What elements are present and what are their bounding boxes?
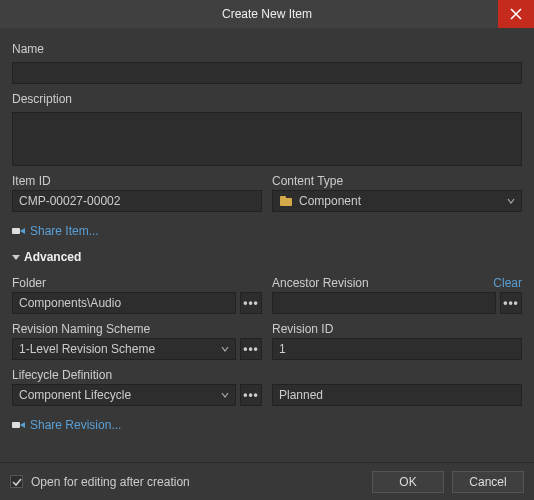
footer: Open for editing after creation OK Cance… xyxy=(0,462,534,500)
name-input[interactable] xyxy=(12,62,522,84)
content-type-value: Component xyxy=(299,194,361,208)
lifecycle-definition-config-button[interactable]: ••• xyxy=(240,384,262,406)
revision-id-input[interactable] xyxy=(272,338,522,360)
content-type-label: Content Type xyxy=(272,174,522,188)
folder-field: Components\Audio xyxy=(12,292,236,314)
ok-button[interactable]: OK xyxy=(372,471,444,493)
ancestor-revision-browse-button[interactable]: ••• xyxy=(500,292,522,314)
share-icon xyxy=(12,225,26,237)
close-icon xyxy=(510,8,522,20)
description-label: Description xyxy=(12,92,522,106)
clear-link[interactable]: Clear xyxy=(493,276,522,290)
ancestor-revision-field xyxy=(272,292,496,314)
name-label: Name xyxy=(12,42,522,56)
cancel-button[interactable]: Cancel xyxy=(452,471,524,493)
lifecycle-definition-label: Lifecycle Definition xyxy=(12,368,262,382)
svg-rect-1 xyxy=(280,196,286,199)
revision-id-label: Revision ID xyxy=(272,322,522,336)
open-after-checkbox[interactable] xyxy=(10,475,23,488)
check-icon xyxy=(12,477,22,487)
lifecycle-state-field: Planned xyxy=(272,384,522,406)
ancestor-revision-label: Ancestor Revision xyxy=(272,276,369,290)
folder-browse-button[interactable]: ••• xyxy=(240,292,262,314)
share-item-link[interactable]: Share Item... xyxy=(12,224,522,238)
revision-naming-scheme-label: Revision Naming Scheme xyxy=(12,322,262,336)
chevron-down-icon xyxy=(221,345,229,353)
svg-rect-0 xyxy=(280,198,292,206)
svg-rect-2 xyxy=(12,228,20,234)
content-type-select[interactable]: Component xyxy=(272,190,522,212)
window-title: Create New Item xyxy=(222,7,312,21)
chevron-down-icon xyxy=(221,391,229,399)
svg-rect-3 xyxy=(12,422,20,428)
open-after-label: Open for editing after creation xyxy=(31,475,190,489)
item-id-input[interactable] xyxy=(12,190,262,212)
item-id-label: Item ID xyxy=(12,174,262,188)
advanced-section-toggle[interactable]: Advanced xyxy=(12,250,522,264)
lifecycle-definition-select[interactable]: Component Lifecycle xyxy=(12,384,236,406)
expand-icon xyxy=(12,255,20,260)
share-revision-link[interactable]: Share Revision... xyxy=(12,418,522,432)
share-icon xyxy=(12,419,26,431)
close-button[interactable] xyxy=(498,0,534,28)
revision-naming-scheme-select[interactable]: 1-Level Revision Scheme xyxy=(12,338,236,360)
chevron-down-icon xyxy=(507,197,515,205)
component-icon xyxy=(279,195,293,207)
titlebar: Create New Item xyxy=(0,0,534,28)
revision-naming-scheme-config-button[interactable]: ••• xyxy=(240,338,262,360)
description-input[interactable] xyxy=(12,112,522,166)
lifecycle-state-label xyxy=(272,368,522,382)
folder-label: Folder xyxy=(12,276,262,290)
